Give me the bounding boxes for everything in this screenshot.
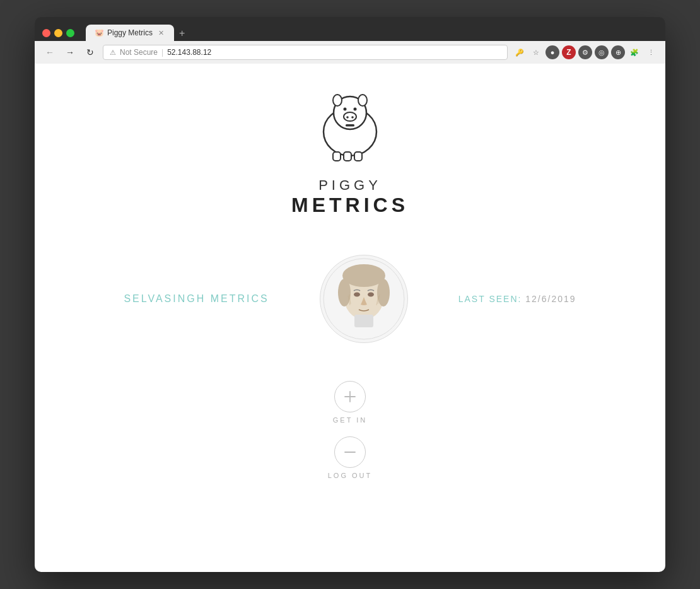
tabs-bar: 🐷 Piggy Metrics ✕ + <box>86 25 658 41</box>
svg-rect-9 <box>333 152 341 161</box>
log-out-circle-icon <box>334 436 366 468</box>
browser-icons: 🔑 ☆ ● Z ⚙ ◎ ⊕ 🧩 ⋮ <box>513 45 658 59</box>
get-in-label: GET IN <box>333 416 367 424</box>
svg-point-4 <box>344 108 347 111</box>
extension-icon-puzzle[interactable]: 🧩 <box>627 45 641 59</box>
minimize-button[interactable] <box>54 29 62 37</box>
zotero-icon[interactable]: Z <box>562 45 576 59</box>
security-warning-icon: ⚠ <box>110 49 116 57</box>
svg-point-2 <box>333 95 342 106</box>
tab-close-button[interactable]: ✕ <box>156 28 165 37</box>
separator: | <box>161 48 163 57</box>
plus-icon <box>343 390 357 404</box>
address-bar[interactable]: ⚠ Not Secure | 52.143.88.12 <box>103 45 508 60</box>
tab-title-label: Piggy Metrics <box>107 28 153 37</box>
title-bar: 🐷 Piggy Metrics ✕ + <box>35 17 665 41</box>
forward-button[interactable]: → <box>62 45 78 60</box>
get-in-circle-icon <box>334 381 366 412</box>
username-part1: SELVASINGH <box>124 293 206 304</box>
extension-icon-gear[interactable]: ⚙ <box>578 45 592 59</box>
minus-icon <box>343 445 357 459</box>
back-button[interactable]: ← <box>42 45 57 60</box>
user-avatar <box>320 255 408 343</box>
log-out-button[interactable]: LOG OUT <box>328 436 373 479</box>
svg-point-17 <box>377 279 390 306</box>
close-button[interactable] <box>42 29 50 37</box>
log-out-label: LOG OUT <box>328 472 373 479</box>
app-title-line2: METRICS <box>291 194 409 217</box>
reload-button[interactable]: ↻ <box>83 45 98 60</box>
svg-point-16 <box>338 279 351 306</box>
svg-point-3 <box>358 95 367 106</box>
tab-favicon-icon: 🐷 <box>95 28 103 37</box>
svg-point-8 <box>351 116 354 119</box>
user-section: SELVASINGH METRICS <box>124 255 576 343</box>
key-icon[interactable]: 🔑 <box>513 45 527 59</box>
new-tab-button[interactable]: + <box>174 26 190 41</box>
svg-point-20 <box>368 293 374 297</box>
last-seen-date: 12/6/2019 <box>525 294 576 304</box>
last-seen-label: LAST SEEN: <box>458 294 522 304</box>
get-in-button[interactable]: GET IN <box>333 381 367 424</box>
url-text: 52.143.88.12 <box>167 48 211 57</box>
svg-point-7 <box>346 116 349 119</box>
franklin-portrait <box>323 258 405 340</box>
more-button[interactable]: ⋮ <box>644 45 658 59</box>
browser-chrome: 🐷 Piggy Metrics ✕ + ← → ↻ ⚠ Not Secure |… <box>35 17 665 64</box>
nav-bar: ← → ↻ ⚠ Not Secure | 52.143.88.12 🔑 ☆ ● … <box>35 41 665 64</box>
browser-window: 🐷 Piggy Metrics ✕ + ← → ↻ ⚠ Not Secure |… <box>35 17 665 572</box>
extension-icon-circle[interactable]: ◎ <box>595 45 609 59</box>
actions-section: GET IN LOG OUT <box>328 381 373 492</box>
camera-icon[interactable]: ● <box>545 45 559 59</box>
svg-rect-18 <box>354 315 373 327</box>
last-seen-info: LAST SEEN: 12/6/2019 <box>458 294 576 304</box>
active-tab[interactable]: 🐷 Piggy Metrics ✕ <box>86 25 174 41</box>
username-part2: METRICS <box>211 293 269 304</box>
svg-point-6 <box>344 112 356 121</box>
svg-rect-11 <box>354 152 362 161</box>
bookmark-icon[interactable]: ☆ <box>529 45 543 59</box>
page-content: PIGGY METRICS SELVASINGH METRICS <box>35 64 665 572</box>
maximize-button[interactable] <box>66 29 74 37</box>
pig-logo <box>312 89 388 165</box>
app-title-line1: PIGGY <box>291 177 409 194</box>
traffic-lights <box>42 29 74 37</box>
not-secure-label: Not Secure <box>120 48 158 57</box>
svg-rect-10 <box>344 152 351 161</box>
user-name: SELVASINGH METRICS <box>124 293 269 305</box>
extension-icon-dots[interactable]: ⊕ <box>611 45 625 59</box>
app-title: PIGGY METRICS <box>291 177 409 217</box>
svg-point-19 <box>354 293 360 297</box>
svg-rect-12 <box>346 124 354 127</box>
svg-point-5 <box>354 108 357 111</box>
